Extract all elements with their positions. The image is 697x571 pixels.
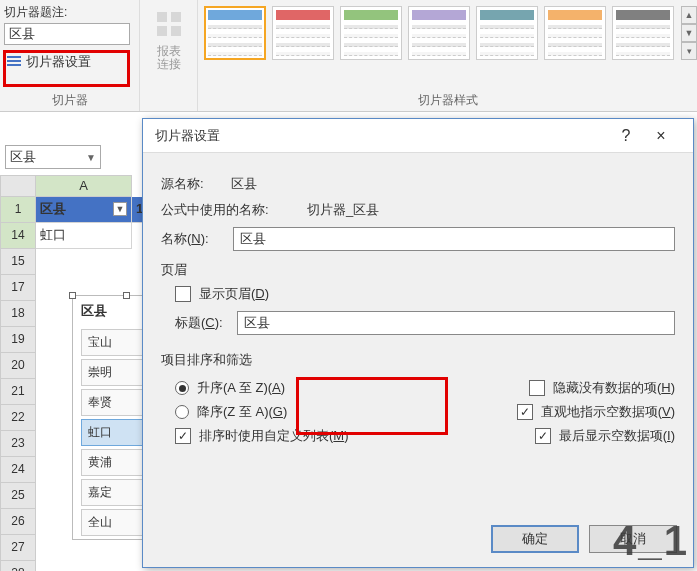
row-header[interactable]: 18: [0, 301, 36, 327]
custom-list-checkbox[interactable]: ✓: [175, 428, 191, 444]
sort-desc-radio[interactable]: [175, 405, 189, 419]
caption-input[interactable]: [4, 23, 130, 45]
style-thumb[interactable]: [272, 6, 334, 60]
row-header[interactable]: 17: [0, 275, 36, 301]
select-all-corner[interactable]: [0, 175, 36, 197]
caption-field[interactable]: [237, 311, 675, 335]
watermark-big: 4_1: [613, 517, 689, 565]
sort-asc-radio[interactable]: [175, 381, 189, 395]
watermark: 4_1: [613, 517, 689, 565]
sort-section-label: 项目排序和筛选: [161, 351, 675, 369]
cell-a1[interactable]: 区县 ▼: [36, 197, 132, 223]
ok-button[interactable]: 确定: [491, 525, 579, 553]
dialog-titlebar[interactable]: 切片器设置 ? ×: [143, 119, 693, 153]
row-header[interactable]: 26: [0, 509, 36, 535]
show-header-checkbox[interactable]: [175, 286, 191, 302]
slicer-settings-button[interactable]: 切片器设置: [4, 51, 135, 73]
formula-name-value: 切片器_区县: [307, 201, 379, 219]
row-header[interactable]: 28: [0, 561, 36, 571]
row-header[interactable]: 23: [0, 431, 36, 457]
row-header[interactable]: 14: [0, 223, 36, 249]
show-header-label: 显示页眉(D): [199, 285, 269, 303]
svg-rect-6: [171, 26, 181, 36]
show-empty-last-checkbox[interactable]: ✓: [535, 428, 551, 444]
gallery-scroll-more[interactable]: ▾: [681, 42, 697, 60]
dialog-body: 源名称: 区县 公式中使用的名称: 切片器_区县 名称(N): 页眉 显示页眉(…: [143, 153, 693, 465]
visual-indicate-checkbox[interactable]: ✓: [517, 404, 533, 420]
sort-desc-label: 降序(Z 至 A)(G): [197, 403, 287, 421]
dialog-help-button[interactable]: ?: [611, 127, 641, 145]
svg-rect-4: [171, 12, 181, 22]
header-section-label: 页眉: [161, 261, 675, 279]
caption-label: 切片器题注:: [4, 4, 135, 21]
visual-indicate-label: 直观地指示空数据项(V): [541, 403, 675, 421]
svg-rect-1: [7, 60, 21, 62]
hide-nodata-label: 隐藏没有数据的项(H): [553, 379, 675, 397]
formula-name-label: 公式中使用的名称:: [161, 201, 307, 219]
name-box-dropdown-icon[interactable]: ▼: [86, 152, 96, 163]
name-field[interactable]: [233, 227, 675, 251]
gallery-scroll-up[interactable]: ▲: [681, 6, 697, 24]
resize-handle[interactable]: [123, 292, 130, 299]
name-field-label: 名称(N):: [161, 230, 233, 248]
row-header[interactable]: 22: [0, 405, 36, 431]
hide-nodata-checkbox[interactable]: [529, 380, 545, 396]
svg-rect-3: [157, 12, 167, 22]
row-header[interactable]: 21: [0, 379, 36, 405]
ribbon-group3-label: 切片器样式: [198, 92, 697, 109]
report-connections-label: 报表连接: [140, 45, 197, 71]
style-thumb[interactable]: [340, 6, 402, 60]
row-header[interactable]: 24: [0, 457, 36, 483]
svg-rect-0: [7, 56, 21, 58]
row-header[interactable]: 27: [0, 535, 36, 561]
cell-a14[interactable]: 虹口: [36, 223, 132, 249]
source-name-value: 区县: [231, 175, 257, 193]
row-header[interactable]: 15: [0, 249, 36, 275]
name-box-value: 区县: [10, 148, 36, 166]
show-empty-last-label: 最后显示空数据项(I): [559, 427, 675, 445]
dialog-title: 切片器设置: [155, 127, 611, 145]
slicer-settings-dialog: 切片器设置 ? × 源名称: 区县 公式中使用的名称: 切片器_区县 名称(N)…: [142, 118, 694, 568]
row-header[interactable]: 1: [0, 197, 36, 223]
row-headers: 11415171819202122232425262728: [0, 197, 36, 571]
row-header[interactable]: 19: [0, 327, 36, 353]
ribbon-group-slicer: 切片器题注: 切片器设置 切片器: [0, 0, 140, 111]
custom-list-label: 排序时使用自定义列表(M): [199, 427, 349, 445]
svg-rect-5: [157, 26, 167, 36]
source-name-label: 源名称:: [161, 175, 231, 193]
style-thumb[interactable]: [544, 6, 606, 60]
svg-rect-2: [7, 64, 21, 66]
row-header[interactable]: 25: [0, 483, 36, 509]
sort-asc-label: 升序(A 至 Z)(A): [197, 379, 285, 397]
resize-handle[interactable]: [69, 292, 76, 299]
ribbon-group-report-connections[interactable]: 报表连接: [140, 0, 198, 111]
slicer-style-gallery: [198, 0, 697, 66]
slicer-settings-label: 切片器设置: [26, 53, 91, 71]
style-thumb[interactable]: [408, 6, 470, 60]
gallery-scroll-down[interactable]: ▼: [681, 24, 697, 42]
gallery-scroll[interactable]: ▲ ▼ ▾: [681, 6, 697, 60]
settings-list-icon: [6, 54, 22, 70]
column-header-a[interactable]: A: [36, 175, 132, 197]
ribbon: 切片器题注: 切片器设置 切片器 报表连接 ▲ ▼ ▾ 切片器样式: [0, 0, 697, 112]
style-thumb[interactable]: [204, 6, 266, 60]
filter-dropdown-icon[interactable]: ▼: [113, 202, 127, 216]
dialog-close-button[interactable]: ×: [641, 127, 681, 145]
style-thumb[interactable]: [612, 6, 674, 60]
report-connections-icon: [153, 8, 185, 40]
ribbon-group-styles: ▲ ▼ ▾ 切片器样式: [198, 0, 697, 111]
ribbon-group1-label: 切片器: [0, 92, 139, 109]
caption-field-label: 标题(C):: [175, 314, 237, 332]
row-header[interactable]: 20: [0, 353, 36, 379]
name-box[interactable]: 区县 ▼: [5, 145, 101, 169]
style-thumb[interactable]: [476, 6, 538, 60]
cell-a1-text: 区县: [40, 201, 66, 216]
